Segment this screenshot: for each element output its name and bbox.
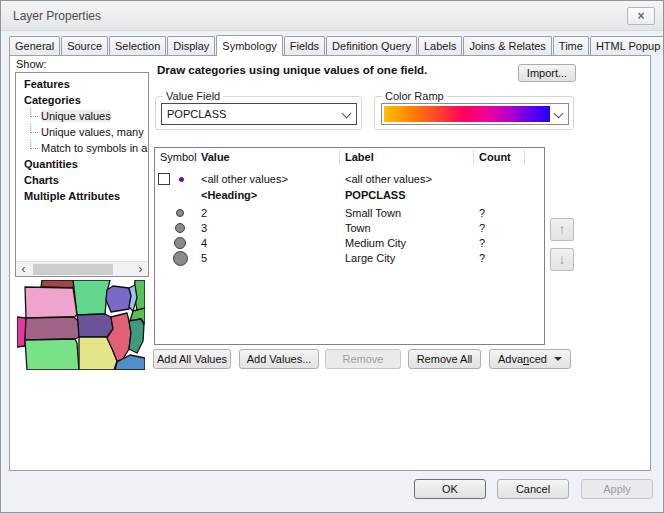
point-symbol-swatch[interactable] [174,237,186,249]
value-field-group: Value Field POPCLASS [155,96,362,130]
tab-time[interactable]: Time [553,36,589,55]
tab-html-popup[interactable]: HTML Popup [590,36,664,55]
map-preview [17,280,145,370]
column-header-symbol[interactable]: Symbol [160,151,197,163]
color-ramp-label: Color Ramp [382,90,447,102]
remove-all-button[interactable]: Remove All [408,349,481,369]
scrollbar-thumb[interactable] [33,264,113,275]
tab-general[interactable]: General [9,36,60,55]
column-divider [194,150,195,165]
layer-properties-dialog: Layer Properties × General Source Select… [0,0,664,513]
table-row-4[interactable]: 4 Medium City ? [155,236,544,251]
tree-item-categories[interactable]: Categories [16,92,148,108]
tree-connector-icon [30,124,38,133]
point-symbol-swatch[interactable] [179,177,184,182]
point-symbol-swatch[interactable] [173,251,188,266]
method-description: Draw categories using unique values of o… [157,64,427,76]
tab-joins-relates[interactable]: Joins & Relates [463,36,551,55]
apply-button: Apply [581,479,653,499]
column-header-value[interactable]: Value [201,151,230,163]
unique-values-table: Symbol Value Label Count <all other valu… [154,147,545,345]
color-ramp-swatch [384,106,550,122]
add-all-values-button[interactable]: Add All Values [153,349,231,369]
show-tree: Features Categories Unique values Unique… [15,72,149,277]
tree-horizontal-scrollbar[interactable]: ‹ › [16,261,148,276]
tab-labels[interactable]: Labels [418,36,462,55]
tree-item-unique-values[interactable]: Unique values [16,108,148,124]
dialog-title: Layer Properties [13,9,101,23]
close-icon[interactable]: × [627,7,655,25]
column-header-label[interactable]: Label [345,151,374,163]
scroll-right-icon[interactable]: › [133,262,148,277]
symbology-tab-page: Show: Features Categories Unique values … [9,55,651,471]
move-down-icon: ↓ [550,248,574,271]
chevron-down-icon [554,109,564,119]
move-up-icon: ↑ [550,218,574,241]
add-values-button[interactable]: Add Values... [239,349,319,369]
all-other-values-checkbox[interactable] [158,173,170,185]
column-divider [524,150,525,165]
import-button[interactable]: Import... [518,64,576,82]
tab-symbology[interactable]: Symbology [216,35,282,56]
tree-connector-icon [30,108,38,117]
tree-connector-icon [30,140,38,149]
tree-item-multiple-attributes[interactable]: Multiple Attributes [16,188,148,204]
title-bar[interactable]: Layer Properties × [1,1,663,31]
cancel-button[interactable]: Cancel [497,479,569,499]
caret-down-icon [554,357,562,361]
tree-item-quantities[interactable]: Quantities [16,156,148,172]
tree-item-match-symbols[interactable]: Match to symbols in a [16,140,148,156]
value-field-label: Value Field [163,90,223,102]
scroll-left-icon[interactable]: ‹ [16,262,31,277]
table-row-heading[interactable]: <Heading> POPCLASS [155,188,544,203]
table-row-2[interactable]: 2 Small Town ? [155,206,544,221]
tab-display[interactable]: Display [167,36,215,55]
table-row-3[interactable]: 3 Town ? [155,221,544,236]
point-symbol-swatch[interactable] [175,223,185,233]
table-row-all-other-values[interactable]: <all other values> <all other values> [155,172,544,187]
tab-definition-query[interactable]: Definition Query [326,36,417,55]
table-row-5[interactable]: 5 Large City ? [155,251,544,266]
tree-item-features[interactable]: Features [16,76,148,92]
tab-strip: General Source Selection Display Symbolo… [9,34,655,55]
tab-source[interactable]: Source [61,36,108,55]
column-divider [339,150,340,165]
ok-button[interactable]: OK [414,479,486,499]
point-symbol-swatch[interactable] [176,209,184,217]
column-divider [473,150,474,165]
color-ramp-group: Color Ramp [374,96,574,130]
tree-item-charts[interactable]: Charts [16,172,148,188]
column-header-count[interactable]: Count [479,151,511,163]
value-field-selected: POPCLASS [167,108,226,120]
value-field-dropdown[interactable]: POPCLASS [161,103,357,125]
tab-fields[interactable]: Fields [284,36,325,55]
advanced-button[interactable]: Advanced [489,349,571,369]
tree-item-unique-values-many[interactable]: Unique values, many [16,124,148,140]
chevron-down-icon [342,109,352,119]
remove-button: Remove [325,349,401,369]
show-label: Show: [16,58,47,70]
color-ramp-dropdown[interactable] [381,103,569,125]
tab-selection[interactable]: Selection [109,36,166,55]
